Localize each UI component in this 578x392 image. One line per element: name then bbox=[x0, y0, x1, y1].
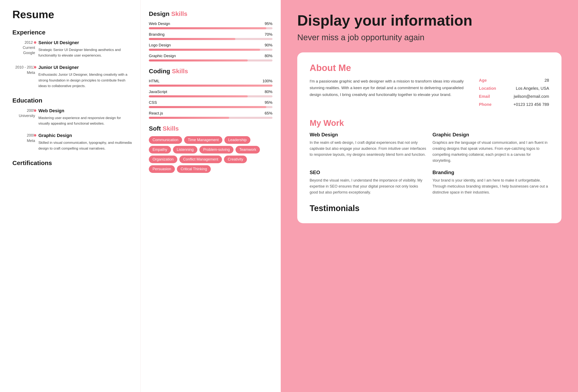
work-item-title: SEO bbox=[310, 170, 426, 175]
skill-name: CSS bbox=[149, 100, 157, 105]
skill-tag: Creativity bbox=[224, 156, 247, 163]
info-card: About Me I'm a passionate graphic and we… bbox=[297, 52, 562, 223]
certifications-heading: Certifications bbox=[12, 160, 132, 167]
skill-bar-fill bbox=[149, 95, 248, 97]
resume-title: Resume bbox=[12, 8, 132, 21]
work-item-title: Branding bbox=[433, 170, 549, 175]
info-label: Email bbox=[479, 94, 490, 99]
soft-skills-tags-container: CommunicationTime ManagementLeadershipEm… bbox=[149, 136, 273, 173]
education-item-1: 2009University Web Design Mastering user… bbox=[12, 108, 132, 126]
experience-item-1: 2012 - CurrentGoogle Senior UI Designer … bbox=[12, 40, 132, 58]
skill-bar-bg bbox=[149, 59, 273, 61]
info-value: jwilson@email.com bbox=[514, 94, 549, 99]
skill-name: HTML bbox=[149, 79, 160, 83]
info-row: Phone +0123 123 456 789 bbox=[479, 102, 549, 107]
skill-tag: Listenning bbox=[173, 146, 197, 154]
coding-skills-section: Coding Skills HTML 100% JavaScript 80% C… bbox=[149, 68, 273, 119]
edu-content-1: Web Design Mastering user experience and… bbox=[38, 108, 132, 126]
education-section: Education 2009University Web Design Mast… bbox=[12, 97, 132, 151]
exp-content-1: Senior UI Designer Strategic Senior UI D… bbox=[38, 40, 132, 58]
skill-bar-fill bbox=[149, 49, 260, 51]
skill-bar-item: React.js 65% bbox=[149, 111, 273, 119]
skill-bar-bg bbox=[149, 49, 273, 51]
work-item: Graphic Design Graphics are the language… bbox=[433, 132, 549, 163]
testimonials-heading: Testimonials bbox=[310, 204, 549, 213]
edu-content-2: Graphic Design Skilled in visual communi… bbox=[38, 133, 132, 151]
skill-bar-bg bbox=[149, 95, 273, 97]
skill-tag: Persuasion bbox=[149, 165, 175, 173]
work-item-desc: Your brand is your identity, and I am he… bbox=[433, 177, 549, 195]
skill-bar-fill bbox=[149, 106, 266, 108]
skill-name: Web Design bbox=[149, 21, 170, 26]
skill-name: Graphic Design bbox=[149, 54, 176, 58]
info-row: Email jwilson@email.com bbox=[479, 94, 549, 99]
exp-title-1: Senior UI Designer bbox=[38, 40, 132, 45]
skill-pct: 70% bbox=[265, 32, 273, 37]
skill-pct: 90% bbox=[265, 43, 273, 47]
exp-date-1: 2012 - CurrentGoogle bbox=[12, 40, 35, 58]
edu-desc-1: Mastering user experience and responsive… bbox=[38, 115, 132, 126]
work-item: Branding Your brand is your identity, an… bbox=[433, 170, 549, 195]
timeline-dot-2 bbox=[33, 66, 37, 69]
edu-desc-2: Skilled in visual communication, typogra… bbox=[38, 140, 132, 151]
skill-bar-fill bbox=[149, 38, 235, 40]
edu-title-1: Web Design bbox=[38, 108, 132, 113]
skill-tag: Organization bbox=[149, 156, 177, 163]
experience-timeline: 2012 - CurrentGoogle Senior UI Designer … bbox=[12, 40, 132, 89]
info-label: Location bbox=[479, 86, 496, 91]
skill-bar-fill bbox=[149, 27, 266, 29]
skill-bar-item: JavaScript 80% bbox=[149, 89, 273, 97]
skill-bar-bg bbox=[149, 106, 273, 108]
skill-tag: Critical Thinking bbox=[177, 165, 211, 173]
skill-tag: Leadership bbox=[224, 136, 250, 144]
skill-tag: Conflict Management bbox=[179, 156, 222, 163]
skill-tag: Empathy bbox=[149, 146, 171, 154]
skill-name: Logo Design bbox=[149, 43, 171, 47]
skill-tag: Time Management bbox=[184, 136, 222, 144]
skill-pct: 100% bbox=[262, 79, 273, 83]
skill-pct: 95% bbox=[265, 100, 273, 105]
skill-tag: Teamwork bbox=[236, 146, 260, 154]
soft-skills-section: Soft Skills CommunicationTime Management… bbox=[149, 125, 273, 173]
education-timeline: 2009University Web Design Mastering user… bbox=[12, 108, 132, 151]
info-value: 28 bbox=[545, 78, 549, 83]
skill-pct: 80% bbox=[265, 54, 273, 58]
certifications-section: Certifications bbox=[12, 160, 132, 167]
work-item-desc: In the realm of web design, I craft digi… bbox=[310, 140, 426, 157]
right-panel: Display your information Never miss a jo… bbox=[281, 0, 578, 392]
skill-tag: Communication bbox=[149, 136, 182, 144]
skill-bar-item: Graphic Design 80% bbox=[149, 54, 273, 61]
exp-desc-2: Enthusiastic Junior UI Designer, blendin… bbox=[38, 72, 132, 89]
exp-date-2: 2010 - 2012Meta bbox=[12, 65, 35, 89]
edu-dot-2 bbox=[33, 134, 37, 137]
edu-title-2: Graphic Design bbox=[38, 133, 132, 138]
edu-date-2: 2008Meta bbox=[12, 133, 35, 151]
timeline-dot-1 bbox=[33, 41, 37, 44]
exp-desc-1: Strategic Senior UI Designer blending ae… bbox=[38, 47, 132, 58]
exp-content-2: Junior UI Designer Enthusiastic Junior U… bbox=[38, 65, 132, 89]
middle-panel: Design Skills Web Design 95% Branding 70… bbox=[140, 0, 281, 392]
info-row: Location Los Angeles, USA bbox=[479, 86, 549, 91]
skill-bar-fill bbox=[149, 59, 248, 61]
about-info: Age 28 Location Los Angeles, USA Email j… bbox=[479, 78, 549, 110]
skill-bar-bg bbox=[149, 38, 273, 40]
skill-bar-item: CSS 95% bbox=[149, 100, 273, 108]
skill-bar-bg bbox=[149, 27, 273, 29]
info-label: Age bbox=[479, 78, 487, 83]
skill-pct: 95% bbox=[265, 21, 273, 26]
about-heading: About Me bbox=[310, 63, 549, 73]
skill-bar-item: Web Design 95% bbox=[149, 21, 273, 29]
work-item: SEO Beyond the visual realm, I understan… bbox=[310, 170, 426, 195]
info-value: Los Angeles, USA bbox=[516, 86, 549, 91]
skill-bar-item: Logo Design 90% bbox=[149, 43, 273, 51]
skill-bar-fill bbox=[149, 117, 229, 119]
education-heading: Education bbox=[12, 97, 132, 104]
experience-heading: Experience bbox=[12, 29, 132, 36]
coding-skills-bars: HTML 100% JavaScript 80% CSS 95% bbox=[149, 79, 273, 119]
soft-skills-heading: Soft Skills bbox=[149, 125, 273, 132]
skill-bar-bg bbox=[149, 117, 273, 119]
info-value: +0123 123 456 789 bbox=[513, 102, 549, 107]
work-item-title: Graphic Design bbox=[433, 132, 549, 138]
work-item-desc: Beyond the visual realm, I understand th… bbox=[310, 177, 426, 195]
skill-name: JavaScript bbox=[149, 89, 167, 94]
